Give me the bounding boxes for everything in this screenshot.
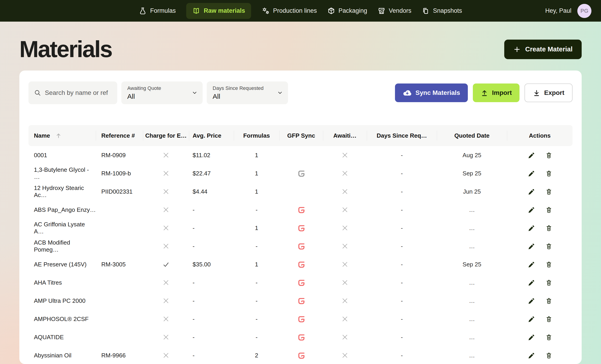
delete-button[interactable] <box>544 296 554 306</box>
charge-for-excess-icon <box>143 170 189 177</box>
sort-ascending-icon[interactable] <box>55 132 62 139</box>
material-name: Abyssinian Oil <box>29 352 96 359</box>
material-name: ACB Modified Pomeg… <box>29 239 96 253</box>
edit-button[interactable] <box>526 314 536 324</box>
quoted-date: Sep 25 <box>437 261 507 268</box>
material-name: AQUATIDE <box>29 334 96 341</box>
quoted-date: … <box>437 297 507 305</box>
table-row[interactable]: AHA Titres - - - … <box>29 274 572 292</box>
edit-button[interactable] <box>526 168 536 178</box>
quoted-date: … <box>437 279 507 286</box>
delete-button[interactable] <box>544 277 554 287</box>
days-since-requested: - <box>367 334 437 341</box>
column-header-quoted-date[interactable]: Quoted Date <box>437 125 507 146</box>
table-row[interactable]: AE Preserve (145V) RM-3005 $35.00 1 - Se… <box>29 255 572 274</box>
days-since-requested-filter[interactable]: Days Since Requested All <box>207 81 288 104</box>
delete-button[interactable] <box>544 187 554 197</box>
import-label: Import <box>492 89 512 97</box>
edit-button[interactable] <box>526 350 536 360</box>
charge-for-excess-icon <box>143 297 189 304</box>
search-input[interactable] <box>45 89 112 97</box>
nav-item-packaging[interactable]: Packaging <box>327 7 367 15</box>
table-row[interactable]: AMPHOSOL® 2CSF - - - … <box>29 310 572 328</box>
column-header-charge[interactable]: Charge for E… <box>143 125 189 146</box>
edit-button[interactable] <box>526 296 536 306</box>
quoted-date: … <box>437 352 507 359</box>
edit-button[interactable] <box>526 205 536 215</box>
table-row[interactable]: AMP Ultra PC 2000 - - - … <box>29 292 572 310</box>
delete-button[interactable] <box>544 205 554 215</box>
row-actions <box>507 205 572 215</box>
formulas-count: - <box>234 315 279 323</box>
column-header-name[interactable]: Name <box>29 125 96 146</box>
column-header-awaiting[interactable]: Awaiti… <box>323 125 367 146</box>
sync-materials-button[interactable]: Sync Materials <box>395 83 468 102</box>
delete-button[interactable] <box>544 168 554 178</box>
edit-button[interactable] <box>526 187 536 197</box>
create-material-button[interactable]: Create Material <box>504 39 582 59</box>
formulas-count: - <box>234 243 279 250</box>
nav-item-vendors[interactable]: Vendors <box>378 7 411 15</box>
edit-button[interactable] <box>526 332 536 342</box>
nav-item-label: Vendors <box>389 7 411 14</box>
delete-button[interactable] <box>544 241 554 251</box>
table-row[interactable]: AQUATIDE - - - … <box>29 328 572 346</box>
awaiting-quote-icon <box>323 206 367 213</box>
formulas-count: - <box>234 297 279 305</box>
nav-item-production-lines[interactable]: Production lines <box>261 7 317 15</box>
import-button[interactable]: Import <box>473 83 520 102</box>
gfp-sync-icon <box>279 206 323 214</box>
awaiting-quote-icon <box>323 170 367 177</box>
table-row[interactable]: 1,3-Butylene Glycol - … RM-1009-b $22.47… <box>29 164 572 182</box>
delete-button[interactable] <box>544 314 554 324</box>
charge-for-excess-icon <box>143 260 189 268</box>
delete-button[interactable] <box>544 150 554 160</box>
column-header-actions: Actions <box>507 125 572 146</box>
export-label: Export <box>544 89 564 97</box>
table-row[interactable]: 0001 RM-0909 $11.02 1 - Aug 25 <box>29 146 572 164</box>
awaiting-quote-filter[interactable]: Awaiting Quote All <box>121 81 203 104</box>
days-since-requested: - <box>367 261 437 268</box>
column-header-reference[interactable]: Reference # <box>96 125 143 146</box>
avg-price: - <box>189 334 234 341</box>
edit-button[interactable] <box>526 259 536 269</box>
material-reference: RM-1009-b <box>96 170 143 177</box>
nav-item-raw-materials[interactable]: Raw materials <box>186 3 251 19</box>
edit-button[interactable] <box>526 150 536 160</box>
gfp-sync-icon <box>279 278 323 287</box>
awaiting-quote-icon <box>323 243 367 250</box>
table-row[interactable]: AC Griffonia Lysate A… - 1 - … <box>29 219 572 237</box>
delete-button[interactable] <box>544 350 554 360</box>
book-open-icon <box>192 7 200 15</box>
table-row[interactable]: Abyssinian Oil RM-9966 - 2 - … <box>29 346 572 364</box>
column-header-formulas[interactable]: Formulas <box>234 125 279 146</box>
nav-item-snapshots[interactable]: Snapshots <box>422 7 462 15</box>
charge-for-excess-icon <box>143 206 189 213</box>
column-header-gfp-sync[interactable]: GFP Sync <box>279 125 323 146</box>
column-header-avg-price[interactable]: Avg. Price <box>189 125 234 146</box>
quoted-date: … <box>437 206 507 213</box>
delete-button[interactable] <box>544 259 554 269</box>
delete-button[interactable] <box>544 223 554 233</box>
filter-label: Awaiting Quote <box>127 85 197 91</box>
table-row[interactable]: ABS Pap_Ango Enzy… - - - … <box>29 201 572 219</box>
formulas-count: 1 <box>234 261 279 268</box>
delete-button[interactable] <box>544 332 554 342</box>
table-row[interactable]: ACB Modified Pomeg… - - - … <box>29 237 572 255</box>
nav-item-formulas[interactable]: Formulas <box>139 7 176 15</box>
edit-button[interactable] <box>526 277 536 287</box>
search-box[interactable] <box>29 81 117 104</box>
edit-button[interactable] <box>526 223 536 233</box>
material-name: AE Preserve (145V) <box>29 261 96 268</box>
gfp-sync-icon <box>279 187 323 196</box>
table-row[interactable]: 12 Hydroxy Stearic Ac… PIID002331 $4.44 … <box>29 182 572 201</box>
avatar[interactable]: PG <box>577 4 591 18</box>
edit-button[interactable] <box>526 241 536 251</box>
column-header-days-since-req[interactable]: Days Since Req… <box>367 125 437 146</box>
charge-for-excess-icon <box>143 315 189 322</box>
formulas-count: - <box>234 279 279 286</box>
export-button[interactable]: Export <box>524 83 572 102</box>
nav-item-label: Production lines <box>273 7 317 14</box>
quoted-date: Sep 25 <box>437 170 507 177</box>
material-name: AHA Titres <box>29 279 96 286</box>
